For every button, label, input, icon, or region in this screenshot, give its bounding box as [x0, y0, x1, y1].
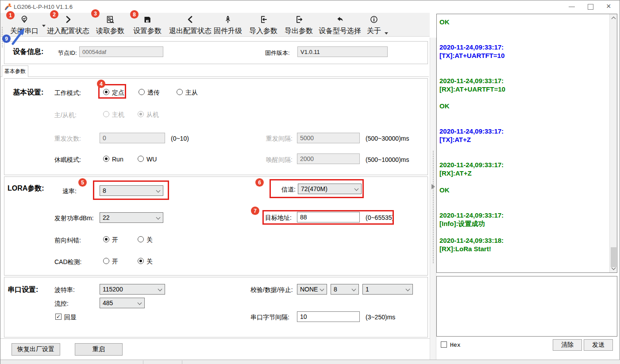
flow-control-label: 流控: — [54, 300, 69, 308]
log-line — [439, 144, 505, 152]
byte-interval-field[interactable]: 10 — [297, 311, 360, 322]
chevron-down-icon — [352, 287, 356, 291]
dropdown-caret-icon[interactable] — [385, 32, 388, 34]
import-params-button[interactable]: 导入参数 — [247, 15, 279, 36]
reboot-button[interactable]: 重启 — [75, 343, 123, 356]
work-mode-option-label[interactable]: 透传 — [147, 89, 160, 97]
resend-interval-label: 重发间隔: — [266, 135, 293, 143]
resend-times-field: 0 — [100, 133, 165, 143]
fec-option-label[interactable]: 开 — [112, 236, 118, 244]
log-line — [439, 119, 505, 127]
sleep-mode-label: 休眠模式: — [54, 156, 81, 164]
send-button[interactable]: 发送 — [584, 339, 613, 351]
toolbar-label: 设置参数 — [133, 27, 162, 36]
maximize-icon[interactable] — [588, 4, 593, 10]
import-icon — [259, 15, 268, 24]
fec-radio-on[interactable] — [103, 236, 109, 242]
pin-check-icon — [20, 15, 29, 24]
log-line — [439, 177, 505, 186]
cad-radio-off[interactable] — [138, 258, 144, 264]
minimize-icon[interactable] — [569, 7, 575, 7]
cad-option-label[interactable]: 开 — [112, 258, 118, 266]
export-params-button[interactable]: 导出参数 — [283, 15, 315, 36]
factory-reset-button[interactable]: 恢复出厂设置 — [12, 343, 60, 356]
resend-interval-hint: (500~30000)ms — [366, 135, 409, 142]
sleep-mode-option-label[interactable]: WU — [146, 156, 157, 163]
fec-option-label[interactable]: 关 — [146, 236, 153, 244]
log-line: 2020-11-24,09:33:18: — [439, 236, 505, 245]
log-line — [439, 194, 505, 203]
tab-basic-params[interactable]: 基本参数 — [2, 65, 28, 77]
log-output-area[interactable]: OK2020-11-24,09:33:17:[TX]:AT+UARTFT=102… — [436, 14, 617, 273]
log-scrollbar[interactable] — [609, 14, 617, 272]
toolbar-label: 固件升级 — [214, 27, 242, 36]
window-title: LG206-L-P-H10 V1.1.6 — [14, 4, 73, 10]
cad-radio-on[interactable] — [103, 258, 109, 264]
panel-splitter[interactable] — [430, 38, 436, 364]
app-logo-icon — [4, 3, 12, 11]
footer-separator — [0, 338, 430, 339]
master-radio — [103, 111, 109, 117]
close-icon[interactable]: × — [606, 2, 611, 11]
clear-button[interactable]: 清除 — [553, 339, 582, 351]
work-mode-option-label[interactable]: 主从 — [185, 89, 198, 97]
sleep-mode-radio-wu[interactable] — [138, 156, 144, 162]
cad-option-label[interactable]: 关 — [146, 258, 153, 266]
firmware-version-field[interactable]: V1.0.11 — [297, 46, 388, 57]
scroll-up-icon[interactable] — [612, 17, 616, 21]
echo-checkbox[interactable] — [55, 314, 62, 320]
node-id-label: 节点ID: — [58, 49, 77, 57]
firmware-version-label: 固件版本: — [265, 49, 290, 57]
about-button[interactable]: 关于 — [365, 15, 383, 36]
hex-checkbox[interactable] — [441, 341, 447, 348]
exit-config-button[interactable]: 退出配置状态 — [169, 15, 212, 36]
parity-select[interactable]: NONE — [297, 284, 327, 295]
serial-settings-title: 串口设置: — [8, 285, 38, 295]
scrollbar-thumb[interactable] — [611, 247, 616, 267]
log-line: OK — [439, 18, 505, 26]
sleep-mode-option-label[interactable]: Run — [112, 156, 123, 163]
log-line: [RX]:AT+UARTFT=10 — [439, 85, 505, 93]
log-lines: OK2020-11-24,09:33:17:[TX]:AT+UARTFT=102… — [439, 18, 505, 253]
work-mode-radio-master-slave[interactable] — [177, 89, 183, 95]
annotation-badge-1: 1 — [6, 11, 15, 19]
parity-value: NONE — [300, 286, 318, 293]
toolbar-label: 读取参数 — [96, 27, 124, 36]
databits-select[interactable]: 8 — [331, 284, 359, 295]
tx-power-select[interactable]: 22 — [100, 212, 163, 223]
baud-value: 115200 — [103, 286, 123, 293]
stopbits-select[interactable]: 1 — [362, 284, 413, 295]
log-line — [439, 26, 505, 34]
annotation-badge-6: 6 — [255, 178, 264, 187]
byte-interval-label: 串口字节间隔: — [250, 314, 289, 322]
info-icon — [370, 15, 378, 24]
wake-interval-label: 唤醒间隔: — [266, 156, 293, 164]
annotation-badge-5: 5 — [78, 178, 87, 187]
sleep-mode-radio-run[interactable] — [103, 156, 109, 162]
device-model-select-button[interactable]: 设备型号选择 — [318, 15, 362, 36]
read-params-icon — [106, 15, 115, 24]
toolbar-label: 设备型号选择 — [319, 27, 361, 36]
annotation-badge-4: 4 — [97, 80, 105, 88]
node-id-field[interactable]: 00054daf — [79, 46, 163, 57]
send-input-area[interactable] — [436, 276, 617, 337]
log-line: [RX]:LoRa Start! — [439, 245, 505, 253]
read-params-button[interactable]: 读取参数 — [94, 15, 126, 36]
highlight-box-channel — [270, 179, 364, 198]
work-mode-radio-transparent[interactable] — [139, 89, 145, 95]
log-line: OK — [439, 186, 505, 194]
fec-label: 前向纠错: — [54, 237, 81, 245]
lora-params-title: LORA参数: — [8, 184, 44, 193]
chevron-down-icon — [320, 287, 324, 291]
chevron-right-icon — [64, 15, 73, 24]
fec-radio-off[interactable] — [138, 236, 144, 242]
splitter-collapse-icon[interactable] — [431, 184, 435, 189]
baud-select[interactable]: 115200 — [100, 284, 165, 295]
tx-power-label: 发射功率dBm: — [54, 215, 94, 222]
export-icon — [294, 15, 303, 24]
flow-control-select[interactable]: 485 — [100, 298, 145, 308]
dropdown-caret-icon[interactable] — [42, 25, 46, 27]
status-divider — [143, 360, 143, 364]
firmware-upgrade-button[interactable]: 固件升级 — [212, 15, 244, 36]
log-line — [439, 60, 505, 68]
